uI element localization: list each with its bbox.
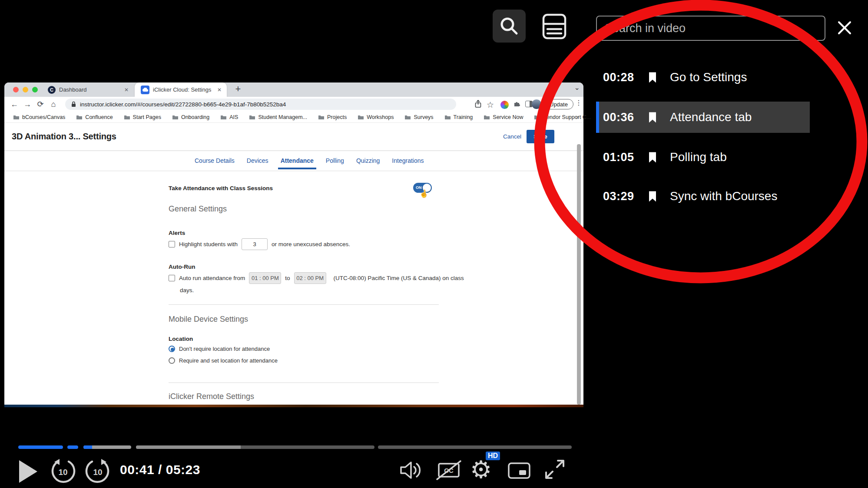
desktop-wallpaper-strip [4,405,583,407]
save-button[interactable]: Save [527,130,554,143]
chapter-sync-bcourses[interactable]: 03:29 Sync with bCourses [596,181,810,212]
progress-segment-current[interactable] [83,445,131,449]
bookmark-folder[interactable]: Workshops [358,114,394,120]
captions-off-icon: CC [436,460,461,480]
autorun-from-time-input[interactable]: 01 : 00 PM [249,272,281,284]
alerts-text-pre: Highlight students with [179,241,238,247]
back-icon[interactable]: ← [8,100,21,109]
play-button[interactable] [19,460,37,483]
general-settings-heading: General Settings [169,204,227,214]
tab-close-icon[interactable]: ✕ [217,87,222,93]
video-progress-bar[interactable] [18,445,572,449]
progress-segment-played[interactable] [67,445,78,449]
bookmark-folder[interactable]: Onboarding [172,114,209,120]
profile-avatar[interactable] [532,99,541,109]
progress-segment-upcoming[interactable] [136,445,374,449]
browser-tab-dashboard[interactable]: C Dashboard ✕ [42,82,134,97]
chrome-update-button[interactable]: Update [544,99,573,109]
autorun-checkbox[interactable] [169,275,175,281]
extension-rainbow-icon[interactable] [500,101,509,109]
chapter-label: Sync with bCourses [670,189,777,203]
autorun-to-time-input[interactable]: 02 : 00 PM [294,272,326,284]
tab-attendance[interactable]: Attendance [281,157,314,164]
bookmark-folder[interactable]: Student Managem... [249,114,307,120]
window-zoom-button[interactable] [32,87,38,92]
browser-tab-iclicker-settings[interactable]: iClicker Cloud: Settings ✕ [135,82,227,97]
forward-10-button[interactable]: 10 [85,458,110,486]
tab-title: iClicker Cloud: Settings [153,86,211,93]
section-divider [169,304,439,305]
bookmark-icon [648,191,657,202]
close-panel-button[interactable] [835,18,854,37]
rewind-10-button[interactable]: 10 [50,458,76,486]
tab-polling[interactable]: Polling [326,157,344,164]
volume-button[interactable] [400,460,424,482]
captions-off-button[interactable]: CC [436,460,461,482]
tab-devices[interactable]: Devices [247,157,268,164]
time-display: 00:41 / 05:23 [120,462,200,477]
reload-icon[interactable]: ⟳ [34,99,47,109]
forward-icon[interactable]: → [21,100,34,109]
nav-divider [4,171,583,171]
share-icon[interactable] [474,100,482,110]
chapter-attendance-tab[interactable]: 00:36 Attendance tab [596,102,810,133]
new-tab-button[interactable]: + [232,83,244,95]
bookmark-folder[interactable]: AIS [220,114,238,120]
location-option-label: Don't require location for attendance [179,346,270,352]
chapter-polling-tab[interactable]: 01:05 Polling tab [596,142,810,173]
cancel-button[interactable]: Cancel [503,133,521,140]
tab-title: Dashboard [59,86,87,93]
absence-threshold-input[interactable] [242,238,268,250]
tab-close-icon[interactable]: ✕ [124,87,129,93]
fullscreen-button[interactable] [544,458,566,482]
home-icon[interactable]: ⌂ [47,100,60,109]
bookmark-star-icon[interactable]: ☆ [487,100,494,110]
bookmark-folder[interactable]: bCourses/Canvas [13,114,65,120]
video-search-button[interactable] [493,10,526,43]
bookmark-folder[interactable]: Service Now [484,114,523,120]
alerts-checkbox-row: Highlight students with or more unexcuse… [169,238,350,250]
tab-search-chevron-icon[interactable]: ⌄ [574,83,580,92]
location-radio-dont-require[interactable] [169,346,175,352]
window-minimize-button[interactable] [23,87,28,92]
tab-quizzing[interactable]: Quizzing [356,157,380,164]
bookmark-folder[interactable]: Start Pages [124,114,161,120]
fullscreen-icon [544,458,566,480]
autorun-text-post2: days. [180,287,194,293]
extensions-puzzle-icon[interactable] [514,100,521,109]
picture-in-picture-icon [507,462,531,479]
page-header: 3D Animation 3... Settings Cancel Save [4,123,583,151]
tab-integrations[interactable]: Integrations [392,157,424,164]
chapter-time: 01:05 [603,151,640,164]
progress-segment-upcoming[interactable] [378,445,572,449]
address-bar[interactable]: instructor.iclicker.com/#/courses/edit/2… [65,99,456,110]
alerts-checkbox[interactable] [169,241,175,247]
bookmark-folder[interactable]: Surveys [404,114,433,120]
folder-icon [358,115,364,120]
browser-menu-icon[interactable]: ⋮ [575,99,582,107]
speaker-icon [400,460,424,480]
video-search-input[interactable] [596,16,825,41]
bookmark-folder[interactable]: Projects [318,114,347,120]
bookmarks-bar: bCourses/Canvas Confluence Start Pages O… [4,112,583,123]
bookmark-icon [648,112,657,123]
bookmarks-overflow-icon[interactable]: » [576,114,579,120]
location-radio-require[interactable] [169,357,175,364]
page-scrollbar[interactable] [577,144,581,405]
location-option-row: Require and set location for attendance [169,357,278,364]
window-close-button[interactable] [13,87,19,92]
bookmark-folder[interactable]: Training [444,114,473,120]
bookmark-icon [648,152,657,163]
toggle-on-label: ON [416,185,422,190]
tab-course-details[interactable]: Course Details [195,157,235,164]
folder-icon [220,115,227,120]
chapters-list-button[interactable] [539,12,570,41]
chapter-go-to-settings[interactable]: 00:28 Go to Settings [596,62,810,93]
bookmark-folder[interactable]: Vendor Support C... [534,114,591,120]
folder-icon [404,115,411,120]
bookmark-folder[interactable]: Confluence [76,114,113,120]
rewind-10-icon: 10 [50,458,76,485]
picture-in-picture-button[interactable] [507,462,531,481]
iclicker-favicon: C [48,86,56,94]
progress-segment-played[interactable] [18,445,63,449]
